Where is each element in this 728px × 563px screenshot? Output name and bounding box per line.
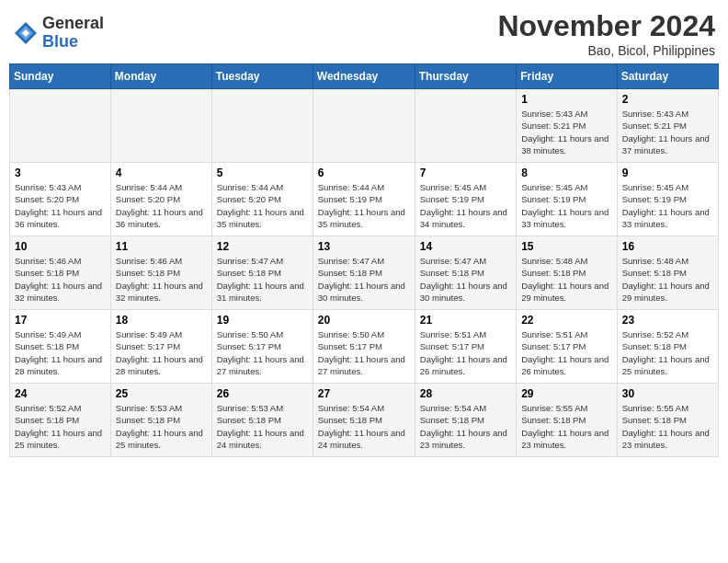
calendar-cell: 2Sunrise: 5:43 AMSunset: 5:21 PMDaylight…: [617, 89, 718, 163]
day-number: 5: [217, 167, 308, 179]
weekday-header: Saturday: [617, 64, 718, 89]
day-info: Sunrise: 5:46 AMSunset: 5:18 PMDaylight:…: [116, 255, 207, 304]
calendar-cell: 25Sunrise: 5:53 AMSunset: 5:18 PMDayligh…: [110, 384, 211, 457]
day-info: Sunrise: 5:44 AMSunset: 5:20 PMDaylight:…: [116, 181, 207, 230]
day-info: Sunrise: 5:45 AMSunset: 5:19 PMDaylight:…: [420, 181, 511, 230]
calendar-cell: 20Sunrise: 5:50 AMSunset: 5:17 PMDayligh…: [313, 310, 415, 384]
day-info: Sunrise: 5:51 AMSunset: 5:17 PMDaylight:…: [521, 328, 612, 377]
calendar-cell: 9Sunrise: 5:45 AMSunset: 5:19 PMDaylight…: [617, 163, 718, 236]
location: Bao, Bicol, Philippines: [497, 43, 715, 58]
calendar-week-row: 17Sunrise: 5:49 AMSunset: 5:18 PMDayligh…: [10, 310, 719, 384]
calendar-cell: 19Sunrise: 5:50 AMSunset: 5:17 PMDayligh…: [211, 310, 313, 384]
day-number: 7: [420, 167, 511, 179]
day-info: Sunrise: 5:55 AMSunset: 5:18 PMDaylight:…: [622, 402, 713, 451]
logo-text: General Blue: [42, 15, 104, 52]
day-number: 26: [217, 387, 308, 400]
calendar-cell: [211, 89, 313, 163]
day-number: 21: [420, 314, 511, 327]
weekday-header: Wednesday: [313, 64, 415, 89]
calendar-cell: 27Sunrise: 5:54 AMSunset: 5:18 PMDayligh…: [313, 384, 415, 457]
calendar-cell: 5Sunrise: 5:44 AMSunset: 5:20 PMDaylight…: [211, 163, 313, 236]
weekday-header: Sunday: [10, 64, 111, 89]
calendar-week-row: 3Sunrise: 5:43 AMSunset: 5:20 PMDaylight…: [10, 163, 719, 236]
day-number: 30: [622, 387, 713, 400]
calendar-cell: 8Sunrise: 5:45 AMSunset: 5:19 PMDaylight…: [517, 163, 618, 236]
day-info: Sunrise: 5:50 AMSunset: 5:17 PMDaylight:…: [318, 328, 410, 377]
day-number: 12: [217, 240, 308, 253]
calendar-cell: 1Sunrise: 5:43 AMSunset: 5:21 PMDaylight…: [517, 89, 618, 163]
calendar-cell: 22Sunrise: 5:51 AMSunset: 5:17 PMDayligh…: [517, 310, 618, 384]
day-info: Sunrise: 5:43 AMSunset: 5:21 PMDaylight:…: [622, 108, 713, 156]
logo-general: General: [42, 15, 104, 33]
day-number: 2: [622, 93, 713, 106]
day-number: 28: [420, 387, 511, 400]
day-info: Sunrise: 5:46 AMSunset: 5:18 PMDaylight:…: [15, 255, 106, 304]
calendar-cell: 10Sunrise: 5:46 AMSunset: 5:18 PMDayligh…: [10, 236, 111, 310]
calendar-cell: 18Sunrise: 5:49 AMSunset: 5:17 PMDayligh…: [110, 310, 211, 384]
day-number: 19: [217, 314, 308, 327]
day-info: Sunrise: 5:54 AMSunset: 5:18 PMDaylight:…: [318, 402, 410, 451]
day-number: 22: [521, 314, 612, 327]
day-info: Sunrise: 5:47 AMSunset: 5:18 PMDaylight:…: [420, 255, 511, 304]
day-info: Sunrise: 5:53 AMSunset: 5:18 PMDaylight:…: [217, 402, 308, 451]
day-number: 29: [521, 387, 612, 400]
day-number: 23: [622, 314, 713, 327]
day-number: 10: [15, 240, 106, 253]
day-number: 20: [318, 314, 410, 327]
calendar-cell: 12Sunrise: 5:47 AMSunset: 5:18 PMDayligh…: [211, 236, 313, 310]
day-number: 8: [521, 167, 612, 179]
calendar-cell: 13Sunrise: 5:47 AMSunset: 5:18 PMDayligh…: [313, 236, 415, 310]
day-number: 15: [521, 240, 612, 253]
day-info: Sunrise: 5:47 AMSunset: 5:18 PMDaylight:…: [217, 255, 308, 304]
calendar-cell: 4Sunrise: 5:44 AMSunset: 5:20 PMDaylight…: [110, 163, 211, 236]
day-number: 11: [116, 240, 207, 253]
day-info: Sunrise: 5:49 AMSunset: 5:18 PMDaylight:…: [15, 328, 106, 377]
calendar-cell: 3Sunrise: 5:43 AMSunset: 5:20 PMDaylight…: [10, 163, 111, 236]
day-info: Sunrise: 5:50 AMSunset: 5:17 PMDaylight:…: [217, 328, 308, 377]
calendar-cell: 14Sunrise: 5:47 AMSunset: 5:18 PMDayligh…: [415, 236, 516, 310]
day-info: Sunrise: 5:53 AMSunset: 5:18 PMDaylight:…: [116, 402, 207, 451]
calendar-week-row: 1Sunrise: 5:43 AMSunset: 5:21 PMDaylight…: [10, 89, 719, 163]
day-info: Sunrise: 5:44 AMSunset: 5:19 PMDaylight:…: [318, 181, 410, 230]
day-info: Sunrise: 5:43 AMSunset: 5:21 PMDaylight:…: [521, 108, 612, 156]
day-number: 3: [15, 167, 106, 179]
calendar-cell: 7Sunrise: 5:45 AMSunset: 5:19 PMDaylight…: [415, 163, 516, 236]
day-info: Sunrise: 5:49 AMSunset: 5:17 PMDaylight:…: [116, 328, 207, 377]
logo: General Blue: [13, 15, 104, 52]
calendar-cell: 23Sunrise: 5:52 AMSunset: 5:18 PMDayligh…: [617, 310, 718, 384]
weekday-header: Friday: [517, 64, 618, 89]
calendar-week-row: 10Sunrise: 5:46 AMSunset: 5:18 PMDayligh…: [10, 236, 719, 310]
day-info: Sunrise: 5:54 AMSunset: 5:18 PMDaylight:…: [420, 402, 511, 451]
calendar-cell: 29Sunrise: 5:55 AMSunset: 5:18 PMDayligh…: [517, 384, 618, 457]
day-number: 14: [420, 240, 511, 253]
day-number: 16: [622, 240, 713, 253]
logo-icon: [13, 20, 39, 46]
calendar-cell: 30Sunrise: 5:55 AMSunset: 5:18 PMDayligh…: [617, 384, 718, 457]
day-number: 17: [15, 314, 106, 327]
day-info: Sunrise: 5:47 AMSunset: 5:18 PMDaylight:…: [318, 255, 410, 304]
day-info: Sunrise: 5:52 AMSunset: 5:18 PMDaylight:…: [15, 402, 106, 451]
calendar-cell: [415, 89, 516, 163]
day-number: 1: [521, 93, 612, 106]
weekday-header: Monday: [110, 64, 211, 89]
weekday-header: Thursday: [415, 64, 516, 89]
day-info: Sunrise: 5:44 AMSunset: 5:20 PMDaylight:…: [217, 181, 308, 230]
day-number: 4: [116, 167, 207, 179]
calendar-cell: 11Sunrise: 5:46 AMSunset: 5:18 PMDayligh…: [110, 236, 211, 310]
day-number: 6: [318, 167, 410, 179]
day-info: Sunrise: 5:51 AMSunset: 5:17 PMDaylight:…: [420, 328, 511, 377]
day-info: Sunrise: 5:52 AMSunset: 5:18 PMDaylight:…: [622, 328, 713, 377]
weekday-header-row: SundayMondayTuesdayWednesdayThursdayFrid…: [10, 64, 719, 89]
day-info: Sunrise: 5:45 AMSunset: 5:19 PMDaylight:…: [622, 181, 713, 230]
calendar-cell: 26Sunrise: 5:53 AMSunset: 5:18 PMDayligh…: [211, 384, 313, 457]
calendar-cell: 28Sunrise: 5:54 AMSunset: 5:18 PMDayligh…: [415, 384, 516, 457]
day-info: Sunrise: 5:43 AMSunset: 5:20 PMDaylight:…: [15, 181, 106, 230]
calendar-cell: [10, 89, 111, 163]
day-info: Sunrise: 5:48 AMSunset: 5:18 PMDaylight:…: [622, 255, 713, 304]
calendar-cell: 17Sunrise: 5:49 AMSunset: 5:18 PMDayligh…: [10, 310, 111, 384]
calendar-cell: 6Sunrise: 5:44 AMSunset: 5:19 PMDaylight…: [313, 163, 415, 236]
day-info: Sunrise: 5:45 AMSunset: 5:19 PMDaylight:…: [521, 181, 612, 230]
day-number: 25: [116, 387, 207, 400]
calendar-cell: 16Sunrise: 5:48 AMSunset: 5:18 PMDayligh…: [617, 236, 718, 310]
day-number: 27: [318, 387, 410, 400]
